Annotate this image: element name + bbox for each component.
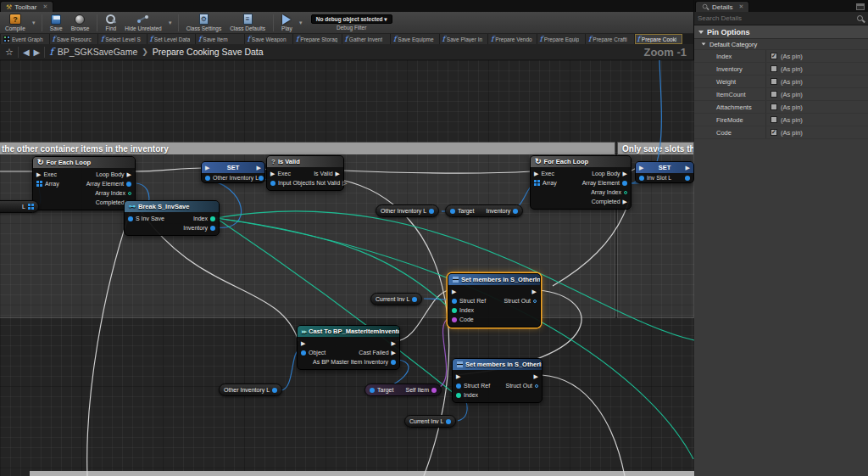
int-pin[interactable] [624,191,627,194]
pill-other-inventory-bottom[interactable]: Other Inventory L [219,384,282,396]
array-pin[interactable] [36,181,42,187]
tab-save-weapon[interactable]: fSave Weapon [245,34,293,44]
exec-pin[interactable]: ▶ [534,171,538,176]
exec-pin[interactable]: ▶ [392,340,396,346]
object-pin[interactable] [639,176,644,181]
details-tab[interactable]: Details ✕ [695,1,749,12]
back-arrow-icon[interactable]: ◀ [23,48,30,57]
struct-out-pin[interactable] [533,300,537,303]
comment-title[interactable]: the other container items in the invento… [0,144,169,154]
exec-pin[interactable]: ▶ [623,171,627,176]
node-for-each-loop-right[interactable]: ↻For Each Loop ▶Exec Loop Body▶ Array Ar… [530,155,632,210]
pill-partial-left[interactable]: L [0,200,39,213]
exec-pin[interactable]: ▶ [36,171,41,177]
object-pin[interactable] [205,176,210,181]
object-pin[interactable] [450,209,455,214]
node-set-inv-slot[interactable]: ▶ SET ▶ Inv Slot L [635,161,694,183]
node-set-other-inventory[interactable]: ▶ SET ▶ Other Inventory L [201,161,265,183]
class-settings-button[interactable]: ⚙ Class Settings [183,12,225,34]
object-pin[interactable] [370,388,375,393]
int-pin[interactable] [456,393,461,398]
struct-out-pin[interactable] [535,384,538,388]
exec-pin[interactable]: ▶ [270,171,275,176]
tab-prepare-vendor[interactable]: fPrepare Vendo [488,34,537,44]
debug-object-dropdown[interactable]: No debug object selected ▾ [311,14,392,24]
browse-button[interactable]: Browse [68,12,93,34]
play-button[interactable]: Play [278,12,296,34]
object-pin[interactable] [272,388,277,393]
object-pin[interactable] [685,176,690,181]
pill-current-inv-2[interactable]: Current Inv L [404,415,456,428]
as-pin-checkbox[interactable]: ✓ [771,91,777,98]
node-break-invsave[interactable]: ⊶Break S_InvSave S Inv Save Index Invent… [124,200,220,236]
object-pin[interactable] [391,360,396,365]
graph-canvas[interactable]: the other container items in the invento… [0,60,694,476]
pill-get-inventory[interactable]: Target Inventory [445,204,523,217]
close-icon[interactable]: ✕ [42,3,47,10]
exec-pin[interactable]: ▶ [623,199,627,204]
hide-unrelated-caret-icon[interactable]: ▼ [167,20,174,25]
object-pin[interactable] [259,176,264,181]
compile-button[interactable]: ? Compile [2,12,29,34]
breadcrumb-blueprint[interactable]: BP_SGKSaveGame [58,47,138,57]
exec-pin[interactable]: ▶ [257,165,261,171]
hide-unrelated-button[interactable]: Hide Unrelated [121,12,164,34]
node-set-members-1[interactable]: Set members in S_OtherInvSaves ▶ ▶ Struc… [448,273,541,328]
find-button[interactable]: Find [102,12,120,34]
object-pin[interactable] [513,209,518,214]
object-pin[interactable] [412,297,417,302]
exec-pin[interactable]: ▶ [456,373,460,379]
exec-pin[interactable]: ▶ [534,373,538,379]
pill-current-inv-1[interactable]: Current Inv L [370,293,422,305]
window-layout-icon[interactable] [856,3,865,10]
object-pin[interactable] [126,182,131,187]
tab-prepare-storage[interactable]: fPrepare Storag [293,34,342,44]
struct-pin[interactable] [431,388,437,393]
tab-prepare-crafting[interactable]: fPrepare Crafti [586,34,634,44]
breadcrumb-function[interactable]: Prepare Cooking Save Data [153,47,264,57]
array-pin[interactable] [28,204,34,210]
exec-pin[interactable]: ▶ [452,288,456,294]
int-pin[interactable] [210,216,215,221]
object-pin[interactable] [270,181,275,186]
play-caret-icon[interactable]: ▼ [298,20,304,25]
node-is-valid[interactable]: ?Is Valid ▶Exec Is Valid▶ Input Object I… [266,155,344,191]
close-icon[interactable]: ✕ [738,3,743,10]
exec-pin[interactable]: ▶ [336,171,340,176]
node-cast-master-item-inventory[interactable]: ▸▸Cast To BP_MasterItemInventory ▶ ▶ Obj… [297,325,400,370]
array-pin[interactable] [534,180,540,186]
default-category-header[interactable]: Default Category [694,39,868,50]
tab-event-graph[interactable]: Event Graph [1,34,49,44]
node-set-members-2[interactable]: Set members in S_OtherInvSaves ▶ ▶ Struc… [452,358,542,403]
struct-pin[interactable] [452,317,457,322]
as-pin-checkbox[interactable]: ✓ [771,53,777,59]
tab-save-player[interactable]: fSave Player In [440,34,488,44]
tab-prepare-cooking[interactable]: fPrepare Cooki [635,34,683,44]
exec-pin[interactable]: ▶ [301,340,305,346]
pill-other-inventory-top[interactable]: Other Inventory L [376,204,439,217]
object-pin[interactable] [446,419,451,424]
comment-title[interactable]: Only save slots tha [622,144,693,154]
pill-get-self-item[interactable]: Target Self Item [364,384,442,396]
exec-pin-hollow[interactable]: ▷ [342,180,347,186]
details-search-input[interactable] [698,14,856,22]
save-button[interactable]: Save [47,12,66,34]
as-pin-checkbox[interactable]: ✓ [771,78,777,85]
tab-save-item[interactable]: fSave Item [196,34,244,44]
struct-pin[interactable] [456,384,461,389]
as-pin-checkbox[interactable]: ✓ [771,65,777,72]
favorite-star-icon[interactable]: ☆ [5,47,14,58]
object-pin[interactable] [210,226,215,231]
class-defaults-button[interactable]: ≡ Class Defaults [226,12,269,34]
exec-pin[interactable]: ▶ [686,165,690,171]
exec-pin[interactable]: ▶ [127,171,131,177]
object-pin[interactable] [301,350,306,356]
node-for-each-loop-left[interactable]: ↻For Each Loop ▶Exec Loop Body▶ Array Ar… [32,156,136,210]
tab-gather-inventory[interactable]: fGather Invent [342,34,391,44]
exec-pin[interactable]: ▶ [532,288,537,294]
comment-box-bottom-edge[interactable] [30,471,694,476]
compile-caret-icon[interactable]: ▼ [31,20,37,25]
object-pin[interactable] [622,181,627,186]
struct-pin[interactable] [128,216,133,221]
as-pin-checkbox[interactable]: ✓ [771,104,777,110]
